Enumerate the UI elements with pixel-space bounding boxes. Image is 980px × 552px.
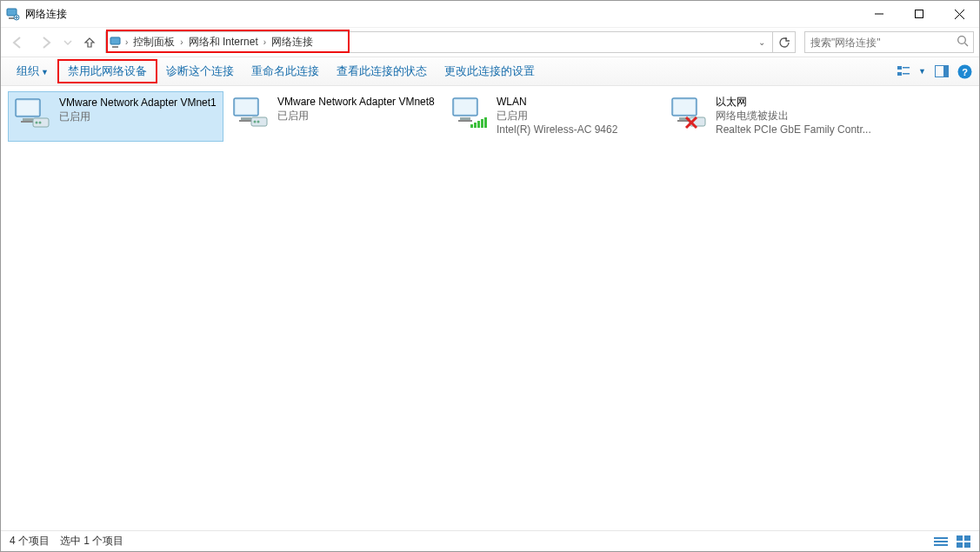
- svg-line-10: [965, 43, 969, 47]
- svg-rect-41: [484, 117, 487, 128]
- svg-rect-51: [934, 544, 948, 546]
- forward-button[interactable]: [34, 30, 58, 54]
- change-settings-button[interactable]: 更改此连接的设置: [436, 61, 543, 82]
- svg-rect-49: [934, 537, 948, 539]
- search-input[interactable]: [805, 37, 973, 49]
- svg-rect-7: [110, 37, 120, 44]
- svg-rect-8: [112, 46, 118, 48]
- adapter-name: 以太网: [716, 95, 871, 109]
- adapter-detail: Realtek PCIe GbE Family Contr...: [716, 123, 871, 136]
- svg-point-25: [39, 122, 42, 124]
- breadcrumb-item[interactable]: 网络连接: [268, 35, 317, 50]
- search-icon: [957, 35, 970, 48]
- refresh-button[interactable]: [773, 31, 796, 53]
- svg-rect-34: [455, 100, 476, 114]
- network-adapter-icon: [14, 97, 52, 136]
- view-options-button[interactable]: ▼: [897, 65, 926, 77]
- status-bar: 4 个项目 选中 1 个项目: [1, 530, 979, 551]
- address-bar[interactable]: › 控制面板 › 网络和 Internet › 网络连接 ⌄: [105, 31, 773, 53]
- svg-rect-16: [943, 65, 949, 77]
- svg-rect-20: [17, 101, 38, 115]
- details-view-icon[interactable]: [934, 535, 948, 548]
- title-bar: 网络连接: [1, 1, 979, 27]
- adapter-status: 已启用: [59, 110, 217, 123]
- command-bar: 组织▼ 禁用此网络设备 诊断这个连接 重命名此连接 查看此连接的状态 更改此连接…: [1, 57, 979, 86]
- close-button[interactable]: [939, 1, 979, 27]
- svg-rect-4: [916, 10, 923, 18]
- adapter-name: VMware Network Adapter VMnet8: [277, 95, 435, 109]
- history-dropdown[interactable]: [62, 30, 74, 54]
- svg-rect-35: [460, 117, 470, 120]
- maximize-button[interactable]: [899, 1, 939, 27]
- svg-rect-55: [964, 542, 970, 548]
- svg-rect-12: [903, 67, 910, 69]
- organize-button[interactable]: 组织▼: [8, 61, 57, 82]
- help-button[interactable]: ?: [957, 64, 972, 79]
- adapter-item[interactable]: 以太网网络电缆被拔出Realtek PCIe GbE Family Contr.…: [665, 91, 881, 142]
- search-box[interactable]: [804, 31, 974, 53]
- chevron-right-icon: ›: [178, 37, 184, 47]
- svg-rect-50: [934, 541, 948, 542]
- large-icons-view-icon[interactable]: [957, 535, 970, 548]
- address-dropdown[interactable]: ⌄: [755, 37, 769, 47]
- adapter-status: 已启用: [277, 109, 435, 123]
- svg-point-31: [254, 121, 257, 123]
- window-title: 网络连接: [25, 7, 67, 22]
- svg-rect-53: [964, 535, 970, 541]
- svg-point-32: [257, 121, 260, 123]
- status-selected: 选中 1 个项目: [60, 534, 123, 549]
- svg-rect-13: [897, 72, 902, 76]
- view-status-button[interactable]: 查看此连接的状态: [328, 61, 436, 82]
- svg-rect-11: [897, 66, 902, 70]
- back-button[interactable]: [6, 30, 30, 54]
- status-count: 4 个项目: [10, 534, 50, 549]
- network-adapter-icon: [232, 96, 270, 135]
- adapter-item[interactable]: WLAN已启用Intel(R) Wireless-AC 9462: [446, 91, 662, 142]
- network-adapter-icon: [670, 96, 709, 135]
- rename-button[interactable]: 重命名此连接: [243, 61, 328, 82]
- content-area: VMware Network Adapter VMnet1已启用VMware N…: [1, 86, 979, 529]
- svg-rect-54: [957, 542, 963, 548]
- adapter-name: WLAN: [497, 95, 617, 109]
- network-adapter-icon: [451, 96, 490, 135]
- svg-point-9: [958, 37, 966, 44]
- adapter-detail: Intel(R) Wireless-AC 9462: [497, 123, 617, 136]
- svg-rect-28: [241, 117, 251, 120]
- svg-rect-0: [7, 9, 17, 16]
- adapter-status: 网络电缆被拔出: [716, 109, 871, 123]
- svg-text:?: ?: [962, 66, 968, 76]
- disable-device-button[interactable]: 禁用此网络设备: [57, 59, 157, 83]
- diagnose-button[interactable]: 诊断这个连接: [157, 61, 243, 82]
- adapter-item[interactable]: VMware Network Adapter VMnet1已启用: [8, 91, 223, 142]
- up-button[interactable]: [77, 30, 102, 54]
- svg-rect-36: [458, 120, 472, 122]
- svg-rect-21: [23, 118, 33, 121]
- adapter-item[interactable]: VMware Network Adapter VMnet8已启用: [227, 91, 443, 142]
- adapter-status: 已启用: [497, 109, 617, 123]
- adapter-name: VMware Network Adapter VMnet1: [59, 96, 217, 110]
- location-icon: [110, 36, 123, 50]
- chevron-right-icon: ›: [123, 37, 130, 47]
- svg-rect-39: [477, 121, 480, 128]
- breadcrumb-item[interactable]: 网络和 Internet: [185, 35, 262, 50]
- svg-rect-40: [481, 119, 483, 128]
- svg-rect-52: [957, 535, 963, 541]
- preview-pane-button[interactable]: [935, 65, 949, 77]
- minimize-button[interactable]: [859, 1, 899, 27]
- breadcrumb-item[interactable]: 控制面板: [130, 35, 178, 50]
- svg-rect-43: [674, 100, 695, 114]
- app-icon: [6, 7, 20, 21]
- nav-row: › 控制面板 › 网络和 Internet › 网络连接 ⌄: [1, 27, 979, 57]
- svg-rect-14: [903, 73, 910, 75]
- svg-point-24: [36, 122, 38, 124]
- chevron-right-icon: ›: [262, 37, 268, 47]
- svg-rect-27: [236, 100, 257, 114]
- svg-rect-38: [474, 123, 477, 128]
- svg-rect-37: [470, 124, 473, 128]
